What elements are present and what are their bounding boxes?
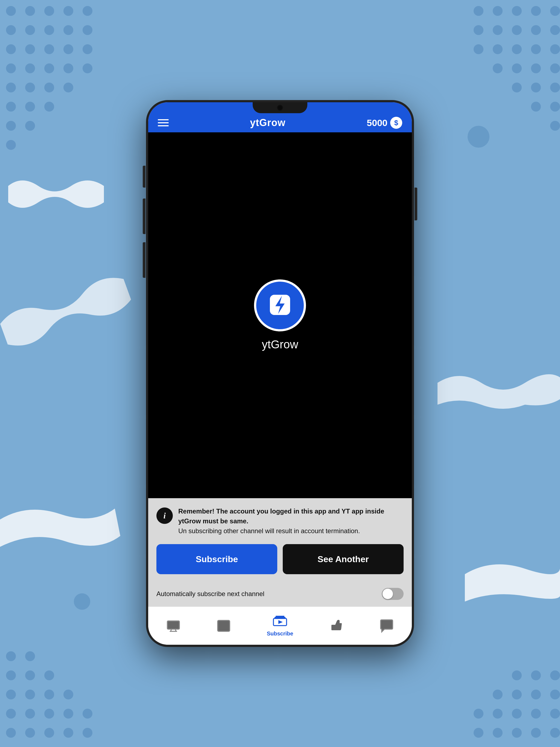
svg-point-24 <box>6 102 16 111</box>
svg-point-69 <box>512 670 522 680</box>
bixby-button <box>143 242 146 278</box>
nav-item-watch[interactable] <box>161 616 186 636</box>
svg-point-61 <box>493 709 503 719</box>
svg-point-47 <box>531 63 541 73</box>
coin-icon: $ <box>390 117 402 129</box>
svg-point-76 <box>82 728 93 738</box>
svg-point-38 <box>531 25 541 35</box>
subscribe-stack-icon <box>273 615 287 629</box>
lightning-bolt-icon <box>268 292 292 318</box>
svg-point-31 <box>493 6 503 16</box>
svg-point-74 <box>44 728 54 738</box>
svg-point-26 <box>44 102 54 111</box>
nav-item-comment[interactable] <box>374 616 399 636</box>
svg-point-70 <box>531 670 541 680</box>
channel-logo <box>254 279 306 331</box>
bottom-navigation: Subscribe <box>148 607 412 645</box>
svg-point-7 <box>44 25 54 35</box>
svg-point-88 <box>44 670 54 680</box>
svg-point-65 <box>493 690 503 699</box>
volume-up-button <box>143 166 146 187</box>
svg-point-84 <box>44 690 54 699</box>
channel-logo-container: ytGrow <box>254 279 306 351</box>
svg-point-62 <box>512 709 522 719</box>
svg-point-87 <box>25 670 35 680</box>
svg-point-60 <box>474 709 483 719</box>
info-box: i Remember! The account you logged in th… <box>156 506 404 536</box>
svg-rect-102 <box>276 616 284 617</box>
svg-point-34 <box>550 6 560 16</box>
svg-point-64 <box>550 709 560 719</box>
svg-point-81 <box>82 709 93 719</box>
nav-item-videos[interactable] <box>211 616 236 636</box>
svg-point-58 <box>531 728 541 738</box>
tv-icon <box>166 619 180 633</box>
svg-point-6 <box>25 25 35 35</box>
power-button <box>414 187 417 221</box>
info-symbol: i <box>163 511 166 520</box>
svg-point-44 <box>550 44 560 54</box>
hamburger-line <box>158 122 169 123</box>
svg-point-78 <box>25 709 35 719</box>
svg-point-23 <box>63 83 73 93</box>
svg-point-42 <box>512 44 522 54</box>
svg-point-71 <box>550 670 560 680</box>
phone-screen-container: ytGrow 5000 $ <box>146 100 414 647</box>
subscribe-button[interactable]: Subscribe <box>156 544 277 574</box>
nav-item-like[interactable] <box>324 616 349 636</box>
svg-point-90 <box>25 651 35 661</box>
action-buttons: Subscribe See Another <box>156 544 404 574</box>
svg-point-77 <box>6 709 16 719</box>
see-another-button[interactable]: See Another <box>283 544 404 574</box>
hamburger-line <box>158 119 169 120</box>
svg-point-59 <box>550 728 560 738</box>
info-text: Remember! The account you logged in this… <box>178 506 404 536</box>
svg-point-0 <box>6 6 16 16</box>
phone-notch <box>253 102 307 113</box>
svg-point-83 <box>25 690 35 699</box>
svg-point-17 <box>44 63 54 73</box>
svg-point-57 <box>512 728 522 738</box>
main-content-area: ytGrow <box>148 132 412 498</box>
comment-icon <box>380 619 394 633</box>
info-normal-text: Un subscribing other channel will result… <box>178 527 360 535</box>
svg-point-46 <box>512 63 522 73</box>
auto-subscribe-label: Automatically subscribe next channel <box>156 590 264 598</box>
svg-point-45 <box>493 63 503 73</box>
svg-point-15 <box>6 63 16 73</box>
toggle-thumb <box>383 589 393 599</box>
svg-point-56 <box>493 728 503 738</box>
nav-item-subscribe[interactable]: Subscribe <box>261 612 299 640</box>
svg-point-22 <box>44 83 54 93</box>
svg-point-20 <box>6 83 16 93</box>
svg-point-85 <box>63 690 73 699</box>
svg-point-50 <box>531 83 541 93</box>
svg-point-39 <box>550 25 560 35</box>
svg-point-68 <box>550 690 560 699</box>
auto-subscribe-row: Automatically subscribe next channel <box>156 583 404 607</box>
phone-device: ytGrow 5000 $ <box>146 100 414 647</box>
svg-point-1 <box>25 6 35 16</box>
channel-name: ytGrow <box>262 338 298 351</box>
volume-down-button <box>143 199 146 234</box>
svg-point-86 <box>6 670 16 680</box>
svg-rect-101 <box>275 617 285 618</box>
svg-point-12 <box>44 44 54 54</box>
app-screen: ytGrow 5000 $ <box>148 102 412 645</box>
info-bold-text: Remember! The account you logged in this… <box>178 508 384 525</box>
svg-point-5 <box>6 25 16 35</box>
svg-point-4 <box>82 6 93 16</box>
svg-point-33 <box>531 6 541 16</box>
svg-point-30 <box>474 6 483 16</box>
svg-point-48 <box>550 63 560 73</box>
svg-rect-94 <box>167 621 179 629</box>
hamburger-menu-button[interactable] <box>158 119 169 126</box>
svg-point-55 <box>474 728 483 738</box>
svg-marker-103 <box>278 620 283 624</box>
svg-point-40 <box>474 44 483 54</box>
svg-point-8 <box>63 25 73 35</box>
coin-amount: 5000 <box>367 118 387 128</box>
svg-point-16 <box>25 63 35 73</box>
auto-subscribe-toggle[interactable] <box>382 588 404 600</box>
svg-point-18 <box>63 63 73 73</box>
